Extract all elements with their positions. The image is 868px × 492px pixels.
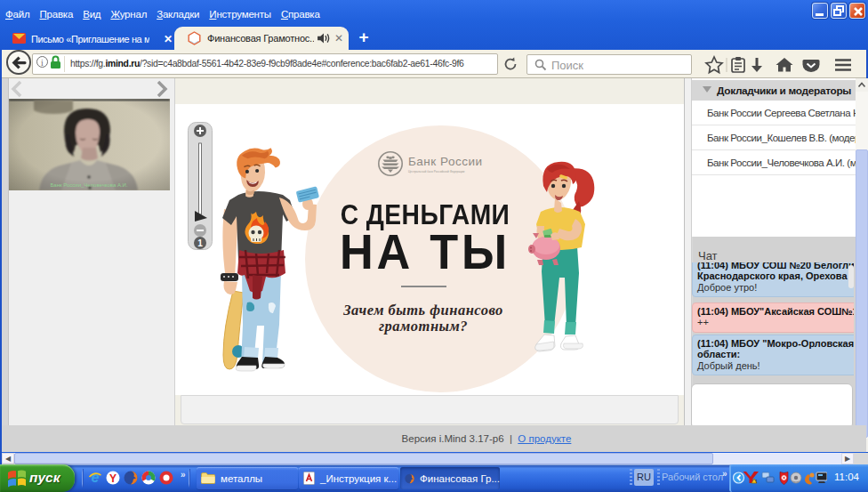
svg-text:e: e <box>92 470 100 485</box>
svg-text:Банк России: Банк России <box>408 155 482 168</box>
svg-text:Центральный банк Российской Фе: Центральный банк Российской Федерации <box>408 170 465 173</box>
svg-text:1: 1 <box>197 238 203 248</box>
svg-text:Банк России_Человечкова А.И.: Банк России_Человечкова А.И. <box>50 182 128 188</box>
svg-text:!: ! <box>756 479 758 484</box>
svg-text:Y: Y <box>109 472 117 485</box>
